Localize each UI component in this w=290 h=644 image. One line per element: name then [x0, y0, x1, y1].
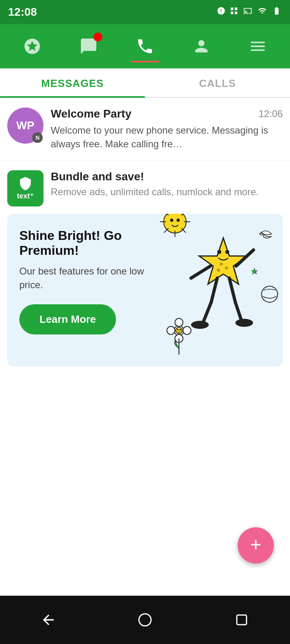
svg-line-22 [191, 266, 211, 278]
app-toolbar [0, 24, 290, 68]
svg-point-26 [217, 268, 220, 272]
tabs-bar: MESSAGES CALLS [0, 68, 290, 98]
nav-home-button[interactable] [133, 608, 157, 632]
svg-point-13 [226, 250, 230, 254]
status-bar: 12:08 [0, 0, 290, 24]
nav-recent-button[interactable] [230, 608, 254, 632]
toolbar-contacts[interactable] [185, 30, 218, 62]
message-item[interactable]: WP N Welcome Party 12:06 Welcome to your… [0, 98, 290, 161]
cast-icon [242, 6, 253, 18]
svg-point-18 [191, 321, 209, 329]
svg-point-10 [177, 219, 180, 222]
premium-description: Our best features for one low price. [19, 264, 170, 291]
toolbar-calls[interactable] [129, 30, 161, 62]
svg-line-17 [203, 302, 211, 322]
battery-icon [271, 6, 282, 18]
grid-icon [230, 6, 238, 18]
premium-illustration [160, 214, 283, 367]
status-time: 12:08 [8, 6, 37, 19]
message-header: Welcome Party 12:06 [51, 107, 283, 120]
svg-point-37 [261, 233, 262, 234]
tab-calls[interactable]: CALLS [145, 68, 290, 97]
bundle-icon-text: text⁺ [17, 192, 34, 200]
svg-line-20 [236, 302, 242, 320]
message-content: Welcome Party 12:06 Welcome to your new … [51, 107, 283, 151]
message-preview: Welcome to your new phone service. Messa… [51, 124, 283, 151]
bundle-title: Bundle and save! [51, 170, 283, 183]
svg-point-24 [220, 262, 223, 266]
status-icons [217, 6, 282, 18]
svg-point-32 [176, 327, 182, 334]
svg-point-34 [180, 329, 181, 330]
nav-back-button[interactable] [36, 608, 60, 632]
bundle-text-area: Bundle and save! Remove ads, unlimited c… [51, 170, 283, 198]
bundle-subtitle: Remove ads, unlimited calls, numlock and… [51, 186, 283, 198]
fab-plus-icon: + [250, 535, 261, 554]
toolbar-messages[interactable] [72, 30, 105, 62]
learn-more-button[interactable]: Learn More [19, 304, 116, 334]
premium-card-content: Shine Bright! Go Premium! Our best featu… [19, 228, 170, 334]
svg-point-30 [167, 326, 175, 334]
tab-messages[interactable]: MESSAGES [0, 68, 145, 97]
bundle-icon: text⁺ [7, 170, 44, 206]
toolbar-menu[interactable] [242, 30, 274, 62]
svg-point-36 [261, 233, 263, 235]
svg-point-25 [225, 266, 228, 270]
svg-point-31 [183, 326, 191, 334]
svg-point-33 [177, 329, 179, 330]
avatar: WP N [7, 107, 44, 144]
nav-bar [0, 596, 290, 644]
premium-card: Shine Bright! Go Premium! Our best featu… [7, 214, 283, 367]
tab-underline [131, 61, 159, 62]
wifi-icon [257, 6, 267, 18]
svg-point-40 [139, 614, 151, 626]
svg-rect-41 [237, 615, 246, 625]
svg-point-21 [236, 319, 253, 327]
content-area: WP N Welcome Party 12:06 Welcome to your… [0, 98, 290, 581]
avatar-badge: N [32, 132, 43, 143]
bundle-ad-item[interactable]: text⁺ Bundle and save! Remove ads, unlim… [0, 161, 290, 206]
message-sender: Welcome Party [51, 107, 131, 120]
svg-point-28 [175, 318, 183, 326]
message-time: 12:06 [259, 108, 283, 120]
svg-point-9 [170, 219, 174, 222]
svg-marker-38 [251, 268, 258, 275]
messages-badge [93, 33, 102, 41]
compose-fab[interactable]: + [238, 527, 274, 564]
toolbar-stickers[interactable] [16, 30, 48, 62]
premium-title: Shine Bright! Go Premium! [19, 228, 170, 258]
svg-point-39 [262, 286, 278, 302]
alert-icon [217, 6, 226, 18]
